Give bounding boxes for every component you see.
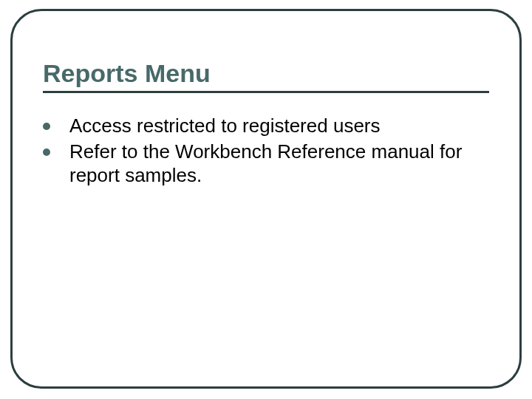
bullet-icon xyxy=(43,149,50,156)
bullet-text: Refer to the Workbench Reference manual … xyxy=(69,140,489,188)
slide-title: Reports Menu xyxy=(43,59,489,88)
list-item: Access restricted to registered users xyxy=(43,114,489,138)
bullet-list: Access restricted to registered users Re… xyxy=(43,114,489,188)
bullet-text: Access restricted to registered users xyxy=(69,114,489,138)
slide-content: Reports Menu Access restricted to regist… xyxy=(43,59,489,189)
bullet-icon xyxy=(43,123,50,130)
list-item: Refer to the Workbench Reference manual … xyxy=(43,140,489,188)
title-underline xyxy=(43,91,489,93)
